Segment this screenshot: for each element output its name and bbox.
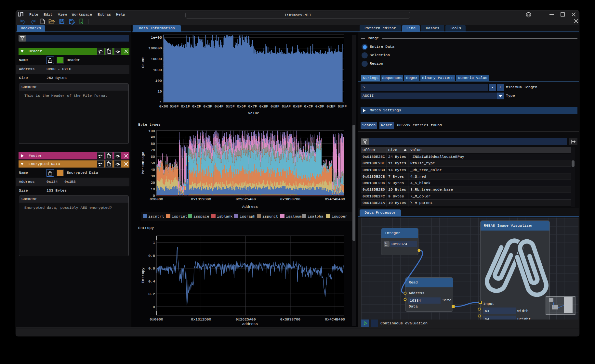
- svg-text:0x7F: 0x7F: [248, 104, 257, 108]
- svg-text:10: 10: [157, 89, 162, 94]
- svg-text:40: 40: [151, 168, 155, 172]
- svg-text:0x9F: 0x9F: [271, 104, 280, 108]
- svg-text:0x4F: 0x4F: [215, 104, 224, 108]
- svg-text:Address: Address: [242, 322, 258, 326]
- svg-text:ispunct: ispunct: [262, 214, 278, 219]
- svg-text:0x00: 0x00: [159, 104, 168, 108]
- svg-text:60: 60: [151, 155, 155, 159]
- svg-text:0x1312D00: 0x1312D00: [191, 317, 211, 321]
- svg-text:10000: 10000: [151, 57, 162, 61]
- svg-text:30: 30: [151, 174, 155, 178]
- svg-text:0xDF: 0xDF: [315, 104, 324, 108]
- svg-text:0xBF: 0xBF: [293, 104, 302, 108]
- svg-text:1: 1: [153, 241, 155, 245]
- svg-text:Address: Address: [242, 205, 258, 209]
- svg-text:0xFF: 0xFF: [338, 104, 347, 108]
- svg-text:%-: %-: [385, 242, 388, 245]
- svg-text:×+: ×+: [385, 245, 388, 247]
- svg-text:0.2: 0.2: [148, 292, 155, 296]
- svg-text:iscntrl: iscntrl: [148, 214, 164, 219]
- svg-text:Byte types: Byte types: [138, 122, 161, 127]
- svg-text:isalnum: isalnum: [286, 214, 301, 219]
- svg-text:0x3938700: 0x3938700: [280, 317, 300, 321]
- svg-text:0xEF: 0xEF: [326, 104, 336, 108]
- svg-text:isalpha: isalpha: [308, 214, 323, 219]
- svg-text:0x1F: 0x1F: [181, 104, 190, 108]
- svg-text:0x4C4B400: 0x4C4B400: [325, 197, 345, 201]
- svg-text:Entropy: Entropy: [138, 226, 154, 230]
- svg-text:1000: 1000: [153, 68, 162, 72]
- svg-text:0x0000: 0x0000: [150, 197, 163, 201]
- svg-text:0x3938700: 0x3938700: [280, 197, 300, 201]
- svg-text:80: 80: [151, 142, 155, 146]
- svg-text:0: 0: [153, 305, 155, 309]
- svg-text:0.8: 0.8: [148, 254, 155, 258]
- svg-text:0xCF: 0xCF: [304, 104, 313, 108]
- svg-text:isblank: isblank: [217, 214, 232, 219]
- svg-text:100000: 100000: [149, 46, 162, 50]
- svg-text:1: 1: [160, 100, 162, 104]
- svg-text:0.4: 0.4: [148, 279, 155, 283]
- svg-text:0x5F: 0x5F: [226, 104, 235, 108]
- svg-text:0x2F: 0x2F: [192, 104, 201, 108]
- svg-text:0x4C4B400: 0x4C4B400: [325, 317, 345, 321]
- svg-text:20: 20: [151, 181, 155, 185]
- svg-text:0x2625A00: 0x2625A00: [236, 197, 256, 201]
- svg-text:10: 10: [151, 187, 155, 191]
- svg-text:0x0F: 0x0F: [170, 104, 179, 108]
- svg-text:100: 100: [155, 79, 162, 83]
- svg-text:90: 90: [151, 135, 155, 139]
- svg-text:0x6F: 0x6F: [237, 104, 246, 108]
- svg-text:0.6: 0.6: [148, 266, 155, 270]
- svg-text:isgraph: isgraph: [240, 214, 255, 219]
- svg-text:1e+06: 1e+06: [151, 35, 162, 40]
- svg-text:70: 70: [151, 148, 155, 152]
- svg-text:0x3F: 0x3F: [203, 104, 212, 108]
- svg-text:isupper: isupper: [332, 214, 347, 219]
- svg-text:50: 50: [151, 161, 155, 165]
- svg-text:0x2625A00: 0x2625A00: [236, 317, 256, 321]
- svg-text:0xAF: 0xAF: [282, 104, 291, 108]
- svg-text:0x8F: 0x8F: [259, 104, 269, 108]
- svg-text:0x0000: 0x0000: [150, 317, 163, 321]
- svg-text:Count: Count: [141, 57, 145, 68]
- svg-text:Entropy: Entropy: [141, 268, 145, 283]
- svg-text:0x1312D00: 0x1312D00: [191, 197, 211, 201]
- svg-text:isprint: isprint: [172, 214, 187, 219]
- svg-text:Percentage: Percentage: [141, 152, 145, 174]
- svg-text:Value: Value: [248, 111, 259, 115]
- svg-text:100: 100: [148, 129, 155, 133]
- svg-text:isspace: isspace: [193, 214, 209, 219]
